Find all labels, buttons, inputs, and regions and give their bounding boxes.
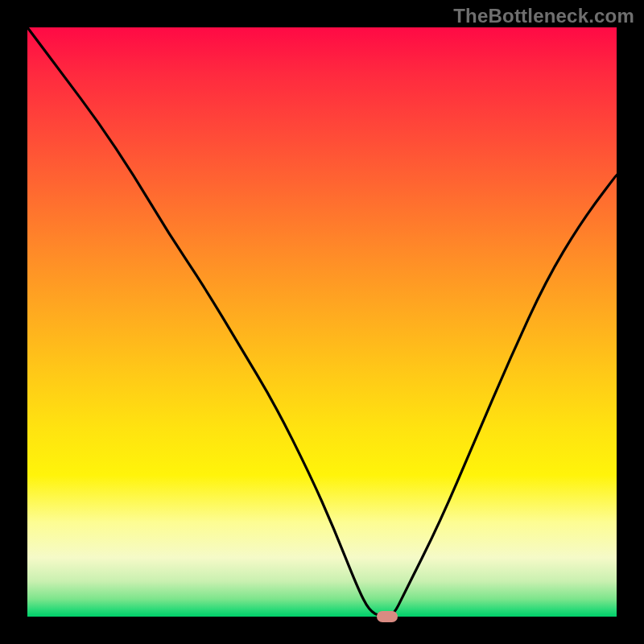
curve-path — [27, 27, 617, 617]
bottleneck-curve — [27, 27, 617, 617]
minimum-marker — [377, 611, 398, 622]
plot-area — [27, 27, 617, 617]
watermark-text: TheBottleneck.com — [453, 5, 634, 27]
chart-frame: TheBottleneck.com — [0, 0, 644, 644]
